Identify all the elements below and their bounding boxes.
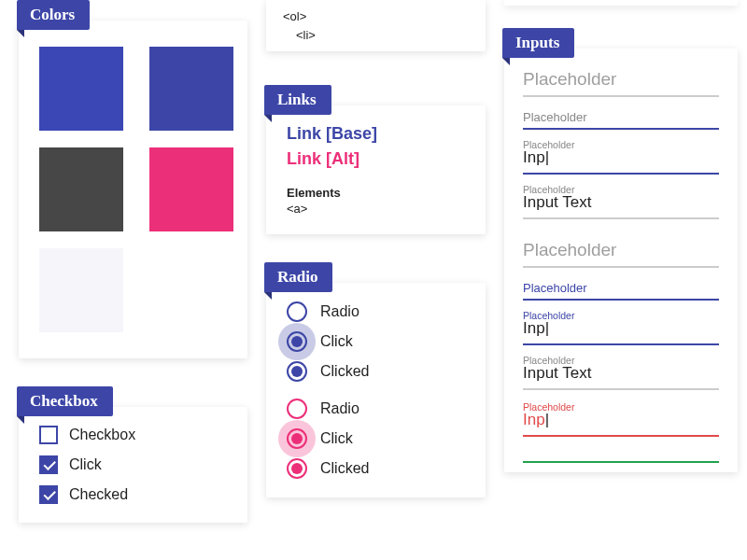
link-base[interactable]: Link [Base] (287, 124, 465, 144)
color-swatch[interactable] (39, 147, 123, 231)
input-field[interactable]: Placeholder Inp (523, 411, 719, 437)
inputs-card: Inputs Placeholder Placeholder Placehold… (504, 49, 738, 472)
color-swatch[interactable] (149, 248, 233, 332)
input-value: Inp (523, 319, 549, 337)
input-field[interactable]: Placeholder Inp (523, 319, 719, 345)
radio-icon[interactable] (287, 458, 307, 479)
input-placeholder: Placeholder (523, 69, 719, 97)
input-value: Input Text (523, 364, 591, 382)
colors-card: Colors (19, 21, 247, 358)
checkbox-icon[interactable] (39, 455, 58, 474)
input-field[interactable]: Placeholder (523, 69, 719, 97)
card-stub (504, 0, 738, 6)
radio-label: Clicked (320, 363, 369, 380)
input-floating-label: Placeholder (523, 184, 574, 195)
radio-icon[interactable] (287, 331, 307, 352)
radio-icon[interactable] (287, 361, 307, 382)
checkbox-row[interactable]: Checkbox (39, 426, 227, 444)
radio-label: Radio (320, 303, 359, 320)
radio-label: Click (320, 430, 353, 447)
inputs-title: Inputs (502, 28, 574, 58)
color-swatch[interactable] (149, 47, 233, 131)
input-value: Input Text (523, 193, 591, 211)
input-field[interactable]: Placeholder Inp (523, 148, 719, 175)
checkbox-card: Checkbox Checkbox Click Checked (19, 407, 247, 523)
elements-label: Elements (287, 186, 465, 200)
colors-title: Colors (17, 0, 90, 30)
radio-row[interactable]: Click (287, 428, 465, 449)
input-floating-label: Placeholder (523, 310, 574, 321)
elements-tag: <a> (287, 202, 465, 216)
input-placeholder: Placeholder (523, 110, 719, 130)
radio-row[interactable]: Radio (287, 301, 465, 322)
radio-icon[interactable] (287, 301, 307, 322)
input-field[interactable]: Placeholder (523, 240, 719, 268)
checkbox-label: Click (69, 456, 102, 473)
input-field[interactable]: Placeholder (523, 281, 719, 301)
input-placeholder: Placeholder (523, 281, 719, 301)
radio-row[interactable]: Clicked (287, 361, 465, 382)
input-field[interactable]: Placeholder Input Text (523, 364, 719, 390)
input-placeholder: Placeholder (523, 240, 719, 268)
checkbox-icon[interactable] (39, 426, 58, 444)
radio-card: Radio Radio Click Clicked (266, 283, 486, 497)
checkbox-row[interactable]: Checked (39, 485, 227, 504)
code-line: <ol> (283, 7, 469, 26)
code-line: <li> (296, 26, 469, 45)
input-value: Inp (523, 411, 549, 428)
links-title: Links (264, 85, 331, 115)
input-floating-label: Placeholder (523, 139, 574, 150)
checkbox-label: Checked (69, 486, 128, 503)
input-floating-label: Placeholder (523, 355, 574, 366)
links-card: Links Link [Base] Link [Alt] Elements <a… (266, 105, 486, 234)
code-snippet: <ol> <li> (266, 0, 486, 51)
checkbox-title: Checkbox (17, 386, 113, 416)
radio-row[interactable]: Radio (287, 399, 465, 419)
radio-label: Clicked (320, 460, 369, 477)
color-swatch[interactable] (39, 248, 123, 332)
link-alt[interactable]: Link [Alt] (287, 149, 465, 169)
radio-row[interactable]: Clicked (287, 458, 465, 479)
radio-title: Radio (264, 262, 332, 292)
checkbox-row[interactable]: Click (39, 455, 227, 474)
checkbox-icon[interactable] (39, 485, 58, 504)
input-field[interactable]: Placeholder (523, 110, 719, 130)
input-field[interactable] (523, 455, 719, 463)
radio-row[interactable]: Click (287, 331, 465, 352)
radio-label: Click (320, 333, 353, 350)
input-value: Inp (523, 148, 549, 166)
radio-icon[interactable] (287, 428, 307, 449)
radio-icon[interactable] (287, 399, 307, 419)
color-swatch[interactable] (149, 147, 233, 231)
radio-label: Radio (320, 400, 359, 417)
checkbox-label: Checkbox (69, 427, 135, 443)
input-field[interactable]: Placeholder Input Text (523, 193, 719, 219)
input-floating-label: Placeholder (523, 401, 574, 413)
color-swatch-grid (19, 21, 247, 358)
color-swatch[interactable] (39, 47, 123, 131)
